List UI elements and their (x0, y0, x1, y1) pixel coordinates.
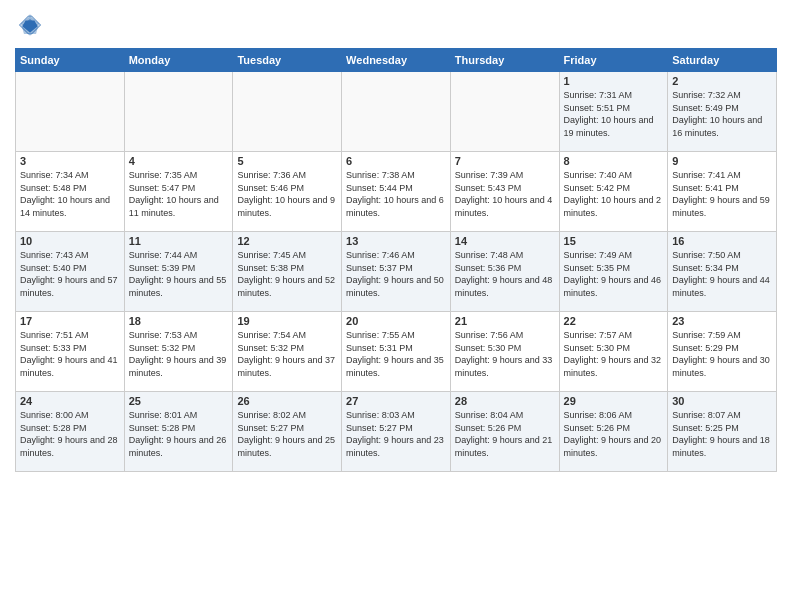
table-row: 27Sunrise: 8:03 AM Sunset: 5:27 PM Dayli… (342, 392, 451, 472)
table-row: 17Sunrise: 7:51 AM Sunset: 5:33 PM Dayli… (16, 312, 125, 392)
table-row: 29Sunrise: 8:06 AM Sunset: 5:26 PM Dayli… (559, 392, 668, 472)
table-row (342, 72, 451, 152)
table-row: 13Sunrise: 7:46 AM Sunset: 5:37 PM Dayli… (342, 232, 451, 312)
day-info: Sunrise: 8:06 AM Sunset: 5:26 PM Dayligh… (564, 409, 664, 459)
day-info: Sunrise: 7:53 AM Sunset: 5:32 PM Dayligh… (129, 329, 229, 379)
table-row: 8Sunrise: 7:40 AM Sunset: 5:42 PM Daylig… (559, 152, 668, 232)
table-row: 20Sunrise: 7:55 AM Sunset: 5:31 PM Dayli… (342, 312, 451, 392)
day-number: 8 (564, 155, 664, 167)
day-info: Sunrise: 8:07 AM Sunset: 5:25 PM Dayligh… (672, 409, 772, 459)
day-header: Wednesday (342, 49, 451, 72)
table-row: 10Sunrise: 7:43 AM Sunset: 5:40 PM Dayli… (16, 232, 125, 312)
day-number: 1 (564, 75, 664, 87)
table-row: 22Sunrise: 7:57 AM Sunset: 5:30 PM Dayli… (559, 312, 668, 392)
day-info: Sunrise: 8:03 AM Sunset: 5:27 PM Dayligh… (346, 409, 446, 459)
week-row: 24Sunrise: 8:00 AM Sunset: 5:28 PM Dayli… (16, 392, 777, 472)
day-number: 5 (237, 155, 337, 167)
day-info: Sunrise: 8:01 AM Sunset: 5:28 PM Dayligh… (129, 409, 229, 459)
day-number: 22 (564, 315, 664, 327)
day-info: Sunrise: 7:35 AM Sunset: 5:47 PM Dayligh… (129, 169, 229, 219)
table-row: 11Sunrise: 7:44 AM Sunset: 5:39 PM Dayli… (124, 232, 233, 312)
day-number: 19 (237, 315, 337, 327)
day-number: 13 (346, 235, 446, 247)
day-number: 15 (564, 235, 664, 247)
day-info: Sunrise: 7:36 AM Sunset: 5:46 PM Dayligh… (237, 169, 337, 219)
table-row: 15Sunrise: 7:49 AM Sunset: 5:35 PM Dayli… (559, 232, 668, 312)
table-row: 18Sunrise: 7:53 AM Sunset: 5:32 PM Dayli… (124, 312, 233, 392)
day-info: Sunrise: 7:34 AM Sunset: 5:48 PM Dayligh… (20, 169, 120, 219)
day-number: 28 (455, 395, 555, 407)
day-header: Monday (124, 49, 233, 72)
day-header: Sunday (16, 49, 125, 72)
table-row: 28Sunrise: 8:04 AM Sunset: 5:26 PM Dayli… (450, 392, 559, 472)
day-info: Sunrise: 7:39 AM Sunset: 5:43 PM Dayligh… (455, 169, 555, 219)
day-info: Sunrise: 8:04 AM Sunset: 5:26 PM Dayligh… (455, 409, 555, 459)
header (15, 10, 777, 40)
day-number: 6 (346, 155, 446, 167)
day-info: Sunrise: 7:40 AM Sunset: 5:42 PM Dayligh… (564, 169, 664, 219)
calendar-page: SundayMondayTuesdayWednesdayThursdayFrid… (0, 0, 792, 612)
week-row: 3Sunrise: 7:34 AM Sunset: 5:48 PM Daylig… (16, 152, 777, 232)
table-row: 12Sunrise: 7:45 AM Sunset: 5:38 PM Dayli… (233, 232, 342, 312)
day-info: Sunrise: 7:50 AM Sunset: 5:34 PM Dayligh… (672, 249, 772, 299)
table-row: 26Sunrise: 8:02 AM Sunset: 5:27 PM Dayli… (233, 392, 342, 472)
day-info: Sunrise: 7:51 AM Sunset: 5:33 PM Dayligh… (20, 329, 120, 379)
day-info: Sunrise: 8:00 AM Sunset: 5:28 PM Dayligh… (20, 409, 120, 459)
table-row: 9Sunrise: 7:41 AM Sunset: 5:41 PM Daylig… (668, 152, 777, 232)
day-number: 3 (20, 155, 120, 167)
day-info: Sunrise: 7:49 AM Sunset: 5:35 PM Dayligh… (564, 249, 664, 299)
header-row: SundayMondayTuesdayWednesdayThursdayFrid… (16, 49, 777, 72)
day-info: Sunrise: 7:57 AM Sunset: 5:30 PM Dayligh… (564, 329, 664, 379)
table-row: 6Sunrise: 7:38 AM Sunset: 5:44 PM Daylig… (342, 152, 451, 232)
table-row: 16Sunrise: 7:50 AM Sunset: 5:34 PM Dayli… (668, 232, 777, 312)
day-number: 16 (672, 235, 772, 247)
day-number: 21 (455, 315, 555, 327)
day-info: Sunrise: 7:41 AM Sunset: 5:41 PM Dayligh… (672, 169, 772, 219)
day-number: 17 (20, 315, 120, 327)
day-number: 12 (237, 235, 337, 247)
table-row: 3Sunrise: 7:34 AM Sunset: 5:48 PM Daylig… (16, 152, 125, 232)
day-info: Sunrise: 7:32 AM Sunset: 5:49 PM Dayligh… (672, 89, 772, 139)
table-row: 24Sunrise: 8:00 AM Sunset: 5:28 PM Dayli… (16, 392, 125, 472)
day-header: Friday (559, 49, 668, 72)
day-info: Sunrise: 7:43 AM Sunset: 5:40 PM Dayligh… (20, 249, 120, 299)
day-number: 23 (672, 315, 772, 327)
day-info: Sunrise: 8:02 AM Sunset: 5:27 PM Dayligh… (237, 409, 337, 459)
table-row: 7Sunrise: 7:39 AM Sunset: 5:43 PM Daylig… (450, 152, 559, 232)
day-info: Sunrise: 7:54 AM Sunset: 5:32 PM Dayligh… (237, 329, 337, 379)
day-number: 20 (346, 315, 446, 327)
day-number: 14 (455, 235, 555, 247)
day-number: 9 (672, 155, 772, 167)
day-number: 7 (455, 155, 555, 167)
day-number: 11 (129, 235, 229, 247)
day-info: Sunrise: 7:31 AM Sunset: 5:51 PM Dayligh… (564, 89, 664, 139)
day-header: Saturday (668, 49, 777, 72)
table-row: 23Sunrise: 7:59 AM Sunset: 5:29 PM Dayli… (668, 312, 777, 392)
day-info: Sunrise: 7:46 AM Sunset: 5:37 PM Dayligh… (346, 249, 446, 299)
table-row (233, 72, 342, 152)
day-number: 24 (20, 395, 120, 407)
table-row: 1Sunrise: 7:31 AM Sunset: 5:51 PM Daylig… (559, 72, 668, 152)
day-number: 27 (346, 395, 446, 407)
table-row: 4Sunrise: 7:35 AM Sunset: 5:47 PM Daylig… (124, 152, 233, 232)
day-info: Sunrise: 7:55 AM Sunset: 5:31 PM Dayligh… (346, 329, 446, 379)
table-row: 14Sunrise: 7:48 AM Sunset: 5:36 PM Dayli… (450, 232, 559, 312)
table-row: 21Sunrise: 7:56 AM Sunset: 5:30 PM Dayli… (450, 312, 559, 392)
table-row: 5Sunrise: 7:36 AM Sunset: 5:46 PM Daylig… (233, 152, 342, 232)
day-number: 10 (20, 235, 120, 247)
table-row: 30Sunrise: 8:07 AM Sunset: 5:25 PM Dayli… (668, 392, 777, 472)
table-row (124, 72, 233, 152)
calendar-table: SundayMondayTuesdayWednesdayThursdayFrid… (15, 48, 777, 472)
day-info: Sunrise: 7:38 AM Sunset: 5:44 PM Dayligh… (346, 169, 446, 219)
day-number: 30 (672, 395, 772, 407)
day-header: Thursday (450, 49, 559, 72)
table-row: 19Sunrise: 7:54 AM Sunset: 5:32 PM Dayli… (233, 312, 342, 392)
day-number: 2 (672, 75, 772, 87)
day-header: Tuesday (233, 49, 342, 72)
table-row: 25Sunrise: 8:01 AM Sunset: 5:28 PM Dayli… (124, 392, 233, 472)
day-number: 29 (564, 395, 664, 407)
logo-icon (15, 10, 45, 40)
day-info: Sunrise: 7:56 AM Sunset: 5:30 PM Dayligh… (455, 329, 555, 379)
day-number: 25 (129, 395, 229, 407)
table-row: 2Sunrise: 7:32 AM Sunset: 5:49 PM Daylig… (668, 72, 777, 152)
